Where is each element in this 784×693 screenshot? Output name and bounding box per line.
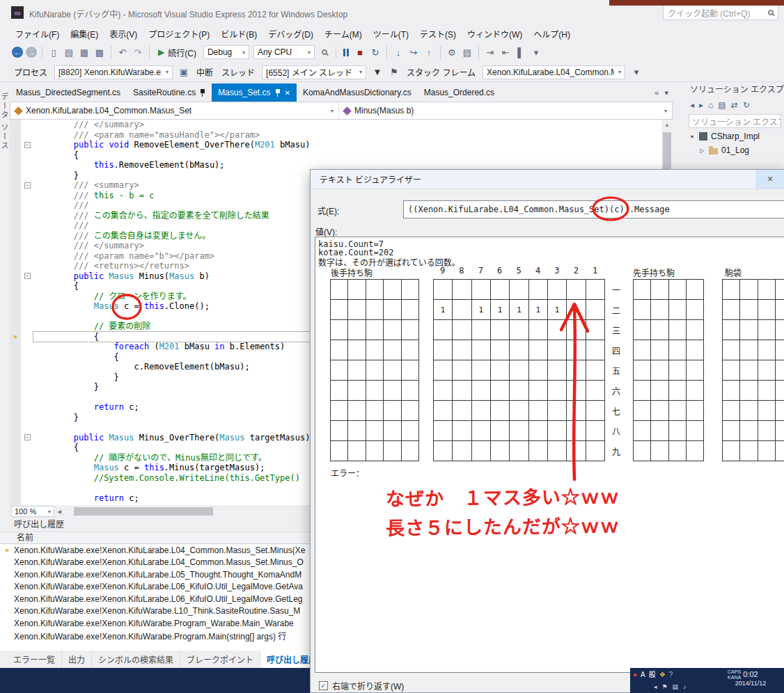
menu-item[interactable]: テスト(S) [414,25,462,42]
wrap-checkbox[interactable]: ✓ [319,681,328,690]
navigate-forward-icon[interactable]: → [26,47,37,58]
help-icon[interactable]: ? [669,669,673,680]
indent-icon[interactable]: ⇥ [483,45,497,59]
processbar-overflow-icon[interactable]: ▾ [629,65,643,79]
ime-tools-icon[interactable]: ❖ [659,669,666,680]
tab-KomaAndMasusDictionary.cs[interactable]: KomaAndMasusDictionary.cs [297,83,418,102]
process-window-icon[interactable]: ▣ [177,65,191,79]
taskbar-left-segment[interactable] [0,668,310,693]
tab-list-dropdown-icon[interactable]: ▾ [664,88,668,97]
type-dropdown[interactable]: Xenon.KifuLarabe.L04_Common.Masus_Set ▾ [10,102,339,119]
restart-button[interactable]: ↻ [368,45,382,59]
tab-Masus_DirectedSegment.cs[interactable]: Masus_DirectedSegment.cs [10,83,127,102]
expression-input[interactable]: ((Xenon.KifuLarabe.L04_Common.Masus_Set)… [403,200,784,218]
breakpoint-margin[interactable] [10,160,21,170]
data-sources-tab[interactable]: データ ソース [0,70,10,174]
se-back-icon[interactable]: ◂ [690,100,694,110]
thread-combo[interactable]: [6552] メイン スレッド▾ [262,65,366,79]
breakpoint-margin[interactable] [10,392,21,403]
taskbar-clock[interactable]: 0:02 2014/11/12 [726,670,775,687]
bookmark-icon[interactable]: ▌ [514,45,528,59]
tab-Masus_Ordered.cs[interactable]: Masus_Ordered.cs [418,83,501,102]
se-home-icon[interactable]: ⌂ [708,100,713,110]
breakpoint-margin[interactable] [10,463,21,473]
save-all-icon[interactable]: ▩ [93,45,107,59]
breakpoint-margin[interactable] [10,402,21,413]
bottom-tab-エラー一覧[interactable]: エラー一覧 [7,651,62,668]
fold-collapse-icon[interactable]: − [24,434,31,440]
tab-Masus_Set.cs[interactable]: Masus_Set.cs✕ [212,83,297,102]
member-dropdown[interactable]: Minus(Masus b) ▾ [339,102,672,119]
tree-expanded-icon[interactable]: ▾ [689,134,696,140]
breakpoint-margin[interactable] [10,342,21,352]
menu-item[interactable]: チーム(M) [319,25,368,42]
scroll-up-icon[interactable]: ▲ [661,120,673,128]
breakpoint-margin[interactable] [10,453,21,463]
breakpoint-margin[interactable] [10,180,21,191]
breakpoint-margin[interactable] [10,372,21,383]
menu-item[interactable]: 表示(V) [104,25,143,42]
value-textarea[interactable]: kaisu.Count=7 kotae.Count=202 数字は、その升が選ば… [315,237,784,673]
breakpoint-margin[interactable] [10,251,21,262]
bottom-tab-シンボルの検索結果[interactable]: シンボルの検索結果 [92,651,180,668]
breakpoint-margin[interactable] [10,281,21,292]
se-sync-icon[interactable]: ⇄ [731,100,738,110]
continue-button[interactable]: ▶続行(C) [154,47,201,58]
add-item-icon[interactable]: ▤ [62,45,76,59]
dialog-title-bar[interactable]: テキスト ビジュアライザー ✕ [311,170,784,189]
hidden-icons-icon[interactable]: ◂ [654,683,657,690]
breakpoint-margin[interactable] [10,473,21,484]
se-refresh-icon[interactable]: ↻ [743,100,750,110]
process-combo[interactable]: [8820] Xenon.KifuWarabe.exe▾ [54,65,173,79]
flag-icon[interactable]: ⚑ [387,65,401,79]
breakpoint-margin[interactable] [10,231,21,241]
fold-collapse-icon[interactable]: − [24,182,31,189]
pin-icon[interactable] [200,89,205,97]
breakpoint-margin[interactable] [10,170,21,181]
break-all-button[interactable] [340,49,352,56]
close-icon[interactable]: ✕ [755,170,784,189]
tree-collapsed-icon[interactable]: ▷ [698,148,705,154]
breakpoint-margin[interactable] [10,382,21,392]
breakpoint-margin[interactable] [10,261,21,271]
breakpoint-margin[interactable] [10,483,21,493]
platform-combo[interactable]: Any CPU▾ [253,45,315,59]
tab-SasiteRoutine.cs[interactable]: SasiteRoutine.cs [127,83,212,102]
breakpoint-margin[interactable] [10,352,21,363]
stop-debug-button[interactable]: ■ [353,45,367,59]
menu-item[interactable]: 編集(E) [65,25,104,42]
breakpoint-margin[interactable] [10,312,21,322]
step-into-icon[interactable]: ↓ [391,45,405,59]
pin-icon[interactable] [275,89,281,97]
fold-collapse-icon[interactable]: − [24,142,31,148]
redo-icon[interactable]: ↷ [131,45,145,59]
ime-mode-icon[interactable]: A [641,669,645,680]
breakpoint-margin[interactable] [10,493,21,504]
se-forward-icon[interactable]: ▸ [699,100,703,110]
save-icon[interactable]: ▦ [77,45,91,59]
navigate-back-icon[interactable]: ← [12,47,23,58]
breakpoint-margin[interactable] [10,422,21,433]
output-window-icon[interactable]: ▤ [460,45,474,59]
outlining-margin[interactable]: − [21,182,33,189]
notification-icon[interactable]: ● [633,669,637,680]
quick-launch-input[interactable]: クイック起動 (Ctrl+Q) [663,5,778,20]
se-collapse-all-icon[interactable]: ▤ [718,100,726,110]
close-icon[interactable]: ✕ [285,89,290,97]
tab-scroll-left-icon[interactable]: « [654,88,659,97]
outlining-margin[interactable]: − [21,273,33,279]
step-out-icon[interactable]: ↑ [422,45,436,59]
breakpoint-margin[interactable] [10,221,21,231]
breakpoint-margin[interactable] [10,321,21,332]
menu-item[interactable]: ヘルプ(H) [528,25,576,42]
outlining-margin[interactable]: − [21,434,33,440]
breakpoint-margin[interactable] [10,211,21,221]
breakpoint-margin[interactable] [10,200,21,211]
breakpoint-margin[interactable] [10,292,21,302]
breakpoint-margin[interactable] [10,271,21,282]
new-file-icon[interactable]: ▯ [47,45,61,59]
outdent-icon[interactable]: ⇤ [499,45,512,59]
settings-icon[interactable]: ⚙ [445,45,459,59]
breakpoint-margin[interactable] [10,191,21,201]
breakpoint-margin[interactable] [10,413,21,423]
